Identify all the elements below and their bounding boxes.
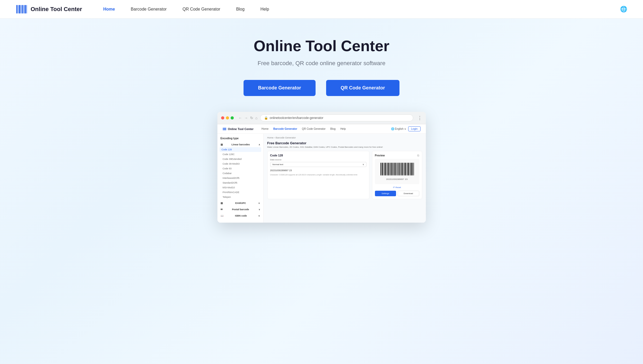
barcode-svg: [380, 163, 414, 177]
svg-rect-44: [409, 163, 410, 175]
inner-navbar: Online Tool Center Home Barcode Generato…: [217, 124, 426, 134]
navbar: Online Tool Center Home Barcode Generato…: [0, 0, 643, 18]
sidebar-item-pharmacade[interactable]: PHARMACADE: [217, 190, 263, 195]
nav-blog[interactable]: Blog: [236, 7, 245, 12]
browser-chrome: ← → ↻ ⌂ 🔒 onlinetoolcenter/en/barcode-ge…: [217, 112, 426, 124]
svg-rect-21: [385, 163, 386, 175]
svg-rect-15: [226, 127, 226, 130]
svg-rect-11: [224, 127, 225, 130]
back-button[interactable]: ←: [239, 116, 242, 120]
postal-chevron-icon: ∨: [259, 208, 260, 211]
barcode-input-value[interactable]: 20231030289897 23: [270, 169, 366, 172]
download-button[interactable]: Download: [398, 191, 419, 196]
barcode-generator-button[interactable]: Barcode Generator: [244, 80, 316, 96]
svg-rect-32: [397, 163, 397, 175]
sidebar-group-ean-header[interactable]: ▤ EAN/UPC ∨: [217, 200, 263, 206]
svg-rect-4: [22, 5, 23, 13]
sidebar-item-telepen[interactable]: Telepen: [217, 195, 263, 199]
select-value: Normal text: [273, 163, 283, 166]
browser-nav-buttons: ← → ↻ ⌂: [239, 116, 258, 120]
svg-rect-17: [381, 163, 382, 175]
postal-group-icon: ✉: [221, 208, 223, 211]
sidebar-group-postal: ✉ Postal barcode ∨: [217, 207, 263, 212]
svg-rect-41: [406, 163, 407, 175]
sidebar-item-code128[interactable]: Code 128: [220, 147, 261, 152]
address-bar[interactable]: 🔒 onlinetoolcenter/en/barcode-generator: [260, 114, 413, 121]
svg-rect-29: [394, 163, 394, 175]
sidebar-item-standard2of5[interactable]: Standard2Of5: [217, 180, 263, 185]
svg-rect-8: [223, 127, 223, 130]
logo-link[interactable]: Online Tool Center: [16, 3, 82, 15]
inner-nav-barcode[interactable]: Barcode Generator: [273, 127, 297, 130]
svg-rect-5: [23, 5, 24, 13]
minimize-button[interactable]: [226, 116, 229, 119]
sidebar-item-code39mod43[interactable]: Code 39-Mod43: [217, 161, 263, 166]
svg-rect-48: [414, 163, 414, 175]
traffic-lights: [221, 116, 234, 119]
logo-text: Online Tool Center: [31, 6, 82, 13]
nav-help[interactable]: Help: [260, 7, 269, 12]
copy-icon[interactable]: ⧉: [417, 154, 419, 157]
sidebar-item-msi[interactable]: MSI-Mod10: [217, 185, 263, 190]
preview-action-buttons: Settings Download: [375, 191, 419, 196]
browser-menu-icon[interactable]: ⋮: [417, 115, 422, 121]
inner-logo-text: Online Tool Center: [228, 127, 254, 131]
maximize-button[interactable]: [231, 116, 234, 119]
sidebar-item-code93[interactable]: Code 93: [217, 166, 263, 171]
forward-button[interactable]: →: [244, 116, 248, 120]
globe-icon[interactable]: 🌐: [620, 6, 627, 13]
svg-rect-45: [410, 163, 411, 175]
inner-nav-right: 🌐 English ∨ Login: [391, 126, 421, 131]
svg-rect-22: [387, 163, 387, 175]
linear-chevron-icon: ∧: [259, 143, 260, 146]
svg-rect-2: [19, 5, 20, 13]
svg-rect-18: [382, 163, 383, 175]
svg-rect-28: [393, 163, 393, 175]
login-button[interactable]: Login: [408, 126, 420, 131]
home-button[interactable]: ⌂: [255, 116, 258, 120]
inner-nav-help[interactable]: Help: [340, 127, 346, 130]
sidebar-group-linear: ▤ Linear barcodes ∧ Code 128 Code 128C C…: [217, 142, 263, 199]
sidebar-item-code128c[interactable]: Code 128C: [217, 152, 263, 157]
language-selector[interactable]: 🌐 English ∨: [391, 127, 406, 130]
data-source-label: Data source: [270, 159, 366, 161]
svg-rect-7: [26, 5, 27, 13]
svg-rect-13: [225, 127, 225, 130]
svg-rect-33: [398, 163, 398, 175]
svg-rect-14: [225, 127, 226, 130]
ean-group-label: EAN/UPC: [235, 202, 246, 204]
isbn-group-icon: 📖: [221, 214, 223, 217]
svg-rect-27: [392, 163, 392, 175]
inner-nav-home[interactable]: Home: [261, 127, 269, 130]
data-source-select[interactable]: Normal text ∨: [270, 162, 366, 167]
breadcrumb: Home › Barcode Generator: [267, 136, 422, 139]
reset-button[interactable]: ↺ Reset: [375, 186, 419, 189]
svg-rect-16: [380, 163, 381, 175]
svg-rect-12: [225, 127, 225, 130]
nav-links: Home Barcode Generator QR Code Generator…: [103, 7, 620, 12]
isbn-chevron-icon: ∨: [258, 215, 260, 217]
svg-rect-42: [407, 163, 408, 175]
sidebar-title: Encoding type: [217, 137, 263, 142]
nav-barcode[interactable]: Barcode Generator: [131, 7, 167, 12]
inner-nav-blog[interactable]: Blog: [330, 127, 336, 130]
qr-generator-button[interactable]: QR Code Generator: [326, 80, 399, 96]
inner-nav-qr[interactable]: QR Code Generator: [302, 127, 326, 130]
close-button[interactable]: [221, 116, 224, 119]
sidebar-item-code39ext[interactable]: Code 39Extended: [217, 157, 263, 161]
sidebar-group-postal-header[interactable]: ✉ Postal barcode ∨: [217, 207, 263, 212]
reload-button[interactable]: ↻: [250, 116, 253, 120]
inner-logo: Online Tool Center: [223, 127, 254, 131]
settings-button[interactable]: Settings: [375, 191, 396, 196]
svg-rect-9: [223, 127, 223, 130]
sidebar-item-codabar[interactable]: Codabar: [217, 171, 263, 176]
sidebar-group-linear-header[interactable]: ▤ Linear barcodes ∧: [217, 142, 263, 147]
panel-title: Free Barcode Generator: [267, 141, 422, 145]
sidebar-item-interleaved[interactable]: Interleaved2Of5: [217, 176, 263, 180]
nav-home[interactable]: Home: [103, 7, 115, 12]
sidebar-group-isbn-header[interactable]: 📖 ISBN code ∨: [217, 213, 263, 218]
svg-rect-25: [390, 163, 390, 175]
nav-qr[interactable]: QR Code Generator: [183, 7, 220, 12]
svg-rect-43: [408, 163, 409, 175]
svg-rect-10: [223, 127, 224, 130]
